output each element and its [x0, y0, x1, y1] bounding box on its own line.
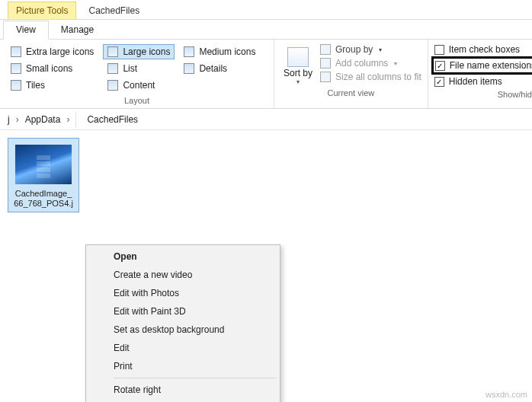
group-show-hide-title: Show/hide [434, 87, 532, 100]
content-icon [107, 80, 118, 91]
large-icons-icon [107, 46, 118, 57]
menu-open[interactable]: Open [88, 247, 278, 266]
menu-set-as-desktop-background-label: Set as desktop background [114, 324, 224, 335]
group-current-view-title: Current view [280, 85, 421, 99]
layout-details[interactable]: Details [179, 61, 260, 76]
layout-large-icons[interactable]: Large icons [103, 44, 175, 59]
breadcrumb-seg-2[interactable]: AppData [22, 113, 64, 126]
file-name-extensions-label: File name extensions [450, 60, 532, 71]
add-columns-label: Add columns [335, 58, 388, 69]
group-by-icon [320, 44, 331, 55]
hidden-items-label: Hidden items [449, 76, 502, 87]
file-item[interactable]: CachedImage_ 66_768_POS4.j [8, 138, 79, 212]
watermark: wsxdn.com [486, 390, 527, 399]
layout-small-label: Small icons [26, 63, 72, 74]
layout-content[interactable]: Content [103, 78, 175, 93]
layout-large-label: Large icons [123, 46, 170, 57]
ribbon: Extra large icons Small icons Tiles Larg… [0, 40, 532, 109]
checkbox-unchecked-icon [434, 45, 444, 55]
ribbon-tabs: View Manage [0, 20, 532, 40]
tab-strip: Picture Tools CachedFiles [0, 0, 532, 20]
menu-rotate-right-label: Rotate right [114, 384, 161, 395]
menu-separator [114, 378, 277, 378]
group-layout-title: Layout [6, 93, 268, 107]
size-columns-icon [320, 72, 331, 82]
tab-view[interactable]: View [3, 21, 49, 40]
menu-edit-with-photos-label: Edit with Photos [114, 288, 179, 298]
menu-edit-label: Edit [114, 343, 130, 353]
breadcrumb: j › AppData › CachedFiles [0, 109, 532, 130]
group-show-hide: Item check boxes ✓ File name extensions … [428, 40, 532, 108]
hidden-items-toggle[interactable]: ✓ Hidden items [434, 76, 532, 87]
menu-rotate-left[interactable]: Rotate left [88, 399, 278, 402]
list-icon [107, 63, 118, 74]
menu-create-new-video[interactable]: Create a new video [88, 266, 278, 284]
layout-extra-large-icons[interactable]: Extra large icons [6, 44, 98, 59]
group-current-view: Sort by ▾ Group by▾ Add columns▾ Size al… [274, 40, 428, 108]
separator [75, 112, 76, 127]
layout-content-label: Content [123, 80, 155, 91]
menu-print[interactable]: Print [88, 357, 278, 375]
highlight-box: ✓ File name extensions [431, 56, 532, 75]
layout-small-icons[interactable]: Small icons [6, 61, 98, 76]
context-menu: Open Create a new video Edit with Photos… [85, 244, 280, 402]
sort-by-button[interactable]: Sort by ▾ [280, 44, 316, 85]
chevron-right-icon[interactable]: › [65, 114, 71, 125]
layout-list[interactable]: List [103, 61, 175, 76]
menu-edit[interactable]: Edit [88, 339, 278, 357]
tab-manage[interactable]: Manage [49, 21, 106, 39]
file-name-extensions-toggle[interactable]: ✓ File name extensions [435, 60, 532, 71]
chevron-down-icon: ▾ [394, 60, 397, 67]
thumbnail-image [15, 145, 72, 184]
menu-edit-with-photos[interactable]: Edit with Photos [88, 284, 278, 302]
extra-large-icons-icon [11, 46, 21, 57]
size-all-columns-label: Size all columns to fit [335, 72, 421, 82]
layout-details-label: Details [199, 63, 227, 74]
sort-by-icon [287, 47, 309, 67]
menu-set-as-desktop-background[interactable]: Set as desktop background [88, 321, 278, 339]
menu-edit-with-paint-3d-label: Edit with Paint 3D [114, 306, 186, 317]
layout-medium-label: Medium icons [199, 46, 255, 57]
layout-tiles-label: Tiles [26, 80, 45, 91]
size-all-columns-button: Size all columns to fit [320, 72, 421, 82]
medium-icons-icon [184, 46, 194, 57]
file-name-line1: CachedImage_ [10, 189, 77, 199]
item-checkboxes-toggle[interactable]: Item check boxes [434, 44, 532, 55]
window-title: CachedFiles [76, 2, 152, 19]
file-name-line2: 66_768_POS4.j [10, 199, 77, 209]
group-by-button[interactable]: Group by▾ [320, 44, 421, 55]
menu-rotate-right[interactable]: Rotate right [88, 381, 278, 399]
tiles-icon [11, 80, 21, 91]
chevron-down-icon: ▾ [379, 46, 382, 53]
group-layout: Extra large icons Small icons Tiles Larg… [0, 40, 274, 108]
layout-medium-icons[interactable]: Medium icons [179, 44, 260, 59]
details-icon [184, 63, 194, 74]
contextual-group-label: Picture Tools [8, 2, 76, 19]
layout-list-label: List [123, 63, 137, 74]
breadcrumb-seg-1[interactable]: j [5, 113, 13, 126]
menu-edit-with-paint-3d[interactable]: Edit with Paint 3D [88, 302, 278, 321]
group-by-label: Group by [335, 44, 373, 55]
breadcrumb-seg-3[interactable]: CachedFiles [84, 113, 141, 126]
menu-create-new-video-label: Create a new video [114, 270, 192, 280]
add-columns-button: Add columns▾ [320, 58, 421, 69]
menu-print-label: Print [114, 361, 133, 372]
small-icons-icon [11, 63, 21, 74]
sort-by-label: Sort by [284, 69, 312, 78]
checkbox-checked-icon: ✓ [435, 61, 445, 71]
item-checkboxes-label: Item check boxes [449, 44, 520, 55]
checkbox-checked-icon: ✓ [434, 77, 444, 87]
menu-open-label: Open [114, 251, 137, 262]
content-area: CachedImage_ 66_768_POS4.j Open Create a… [0, 130, 532, 402]
layout-tiles[interactable]: Tiles [6, 78, 98, 93]
chevron-right-icon[interactable]: › [14, 114, 21, 125]
add-columns-icon [320, 58, 331, 69]
chevron-down-icon: ▾ [296, 78, 300, 85]
layout-extra-large-label: Extra large icons [26, 46, 94, 57]
